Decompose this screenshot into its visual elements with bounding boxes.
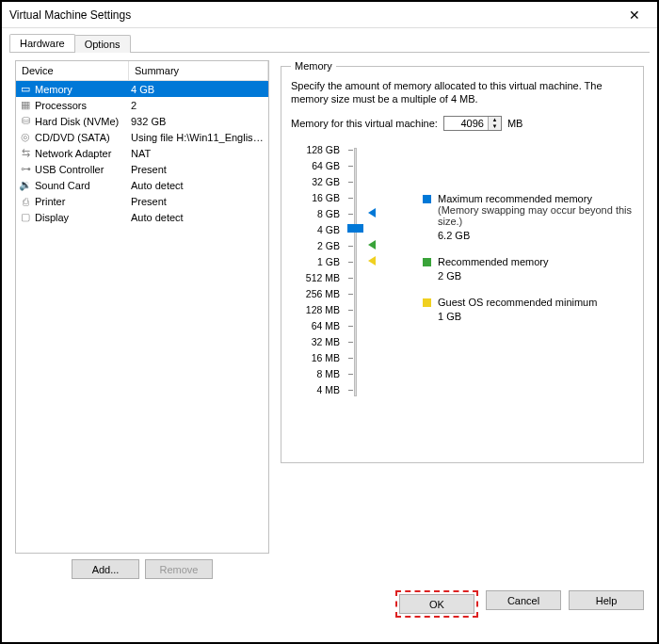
tick-mark (348, 150, 353, 151)
legend-max-note: (Memory swapping may occur beyond this s… (438, 204, 634, 227)
tick-mark (348, 374, 353, 375)
memory-spinner[interactable]: ▲ ▼ (443, 116, 502, 131)
device-name: Printer (35, 196, 131, 207)
swatch-rec-icon (423, 258, 431, 266)
list-item[interactable]: ⎙PrinterPresent (16, 193, 268, 209)
tick-mark (348, 198, 353, 199)
device-name: Processors (35, 100, 131, 111)
memory-unit: MB (507, 118, 523, 129)
device-name: Network Adapter (35, 148, 131, 159)
list-header: Device Summary (16, 61, 268, 81)
tick-label: 4 GB (291, 224, 340, 240)
tick-label: 32 GB (291, 176, 340, 192)
list-item[interactable]: ▭Memory4 GB (16, 81, 268, 97)
list-item[interactable]: ⇆Network AdapterNAT (16, 145, 268, 161)
marker-max-icon (368, 208, 376, 217)
legend-min-label: Guest OS recommended minimum (438, 297, 597, 308)
tick-mark (348, 214, 353, 215)
tick-label: 1 GB (291, 256, 340, 272)
tick-mark (348, 294, 353, 295)
titlebar: Virtual Machine Settings ✕ (2, 2, 657, 28)
legend-rec-value: 2 GB (438, 270, 634, 282)
disk-icon: ⛁ (18, 115, 33, 128)
device-name: CD/DVD (SATA) (35, 132, 131, 143)
list-item[interactable]: ⛁Hard Disk (NVMe)932 GB (16, 113, 268, 129)
tick-mark (348, 342, 353, 343)
tab-hardware[interactable]: Hardware (9, 34, 75, 52)
close-icon[interactable]: ✕ (616, 4, 653, 26)
tick-mark (348, 326, 353, 327)
tick-label: 256 MB (291, 288, 340, 304)
spinner-down-icon[interactable]: ▼ (488, 123, 501, 130)
legend-min-value: 1 GB (438, 311, 634, 322)
list-item[interactable]: ⊶USB ControllerPresent (16, 161, 268, 177)
add-button[interactable]: Add... (72, 559, 139, 579)
list-item[interactable]: ◎CD/DVD (SATA)Using file H:\Win11_Englis… (16, 129, 268, 145)
memory-icon: ▭ (18, 83, 33, 96)
legend-max-label: Maximum recommended memory (438, 193, 592, 204)
tab-options[interactable]: Options (74, 35, 131, 53)
ok-button[interactable]: OK (399, 594, 474, 614)
device-summary: 2 (131, 100, 266, 111)
cancel-button[interactable]: Cancel (486, 590, 561, 610)
tick-label: 16 GB (291, 192, 340, 208)
tick-mark (348, 390, 353, 391)
device-summary: Using file H:\Win11_English_... (131, 132, 266, 143)
slider-tick-labels: 128 GB64 GB32 GB16 GB8 GB4 GB2 GB1 GB512… (291, 144, 340, 400)
remove-button[interactable]: Remove (145, 559, 213, 579)
tick-label: 128 GB (291, 144, 340, 160)
memory-group: Memory Specify the amount of memory allo… (281, 60, 644, 463)
sound-icon: 🔉 (18, 179, 33, 192)
net-icon: ⇆ (18, 147, 33, 160)
cd-icon: ◎ (18, 131, 33, 144)
memory-input[interactable] (444, 117, 488, 130)
ok-highlight: OK (395, 590, 478, 618)
slider-thumb[interactable] (347, 224, 363, 233)
device-name: Display (35, 212, 131, 223)
tick-mark (348, 182, 353, 183)
tick-label: 8 MB (291, 368, 340, 384)
memory-input-label: Memory for this virtual machine: (291, 118, 438, 129)
tick-label: 2 GB (291, 240, 340, 256)
tick-label: 32 MB (291, 336, 340, 352)
device-list[interactable]: Device Summary ▭Memory4 GB▦Processors2⛁H… (15, 60, 269, 554)
marker-min-icon (368, 256, 376, 266)
list-item[interactable]: ▦Processors2 (16, 97, 268, 113)
device-name: USB Controller (35, 164, 131, 175)
memory-desc: Specify the amount of memory allocated t… (291, 79, 634, 106)
tick-mark (348, 166, 353, 167)
device-summary: Present (131, 164, 266, 175)
window-title: Virtual Machine Settings (9, 8, 131, 22)
device-summary: Present (131, 196, 266, 207)
tick-label: 4 MB (291, 384, 340, 400)
tick-label: 8 GB (291, 208, 340, 224)
usb-icon: ⊶ (18, 163, 33, 176)
tick-label: 128 MB (291, 304, 340, 320)
display-icon: ▢ (18, 211, 33, 224)
help-button[interactable]: Help (569, 590, 644, 610)
device-summary: Auto detect (131, 212, 266, 223)
tick-label: 16 MB (291, 352, 340, 368)
printer-icon: ⎙ (18, 195, 33, 208)
tick-label: 512 MB (291, 272, 340, 288)
marker-recommended-icon (368, 240, 376, 250)
cpu-icon: ▦ (18, 99, 33, 112)
memory-slider[interactable] (344, 144, 381, 400)
tab-strip: Hardware Options (2, 28, 657, 52)
dialog-buttons: OK Cancel Help (2, 583, 657, 625)
list-item[interactable]: 🔉Sound CardAuto detect (16, 177, 268, 193)
device-summary: 4 GB (131, 84, 266, 95)
list-item[interactable]: ▢DisplayAuto detect (16, 209, 268, 225)
tick-mark (348, 246, 353, 247)
device-summary: NAT (131, 148, 266, 159)
device-summary: Auto detect (131, 180, 266, 191)
device-name: Memory (35, 84, 131, 95)
tick-mark (348, 310, 353, 311)
tick-mark (348, 262, 353, 263)
device-name: Sound Card (35, 180, 131, 191)
swatch-max-icon (423, 195, 431, 203)
tick-label: 64 GB (291, 160, 340, 176)
legend-rec-label: Recommended memory (438, 256, 548, 267)
spinner-up-icon[interactable]: ▲ (488, 117, 501, 123)
legend-max-value: 6.2 GB (438, 230, 634, 241)
